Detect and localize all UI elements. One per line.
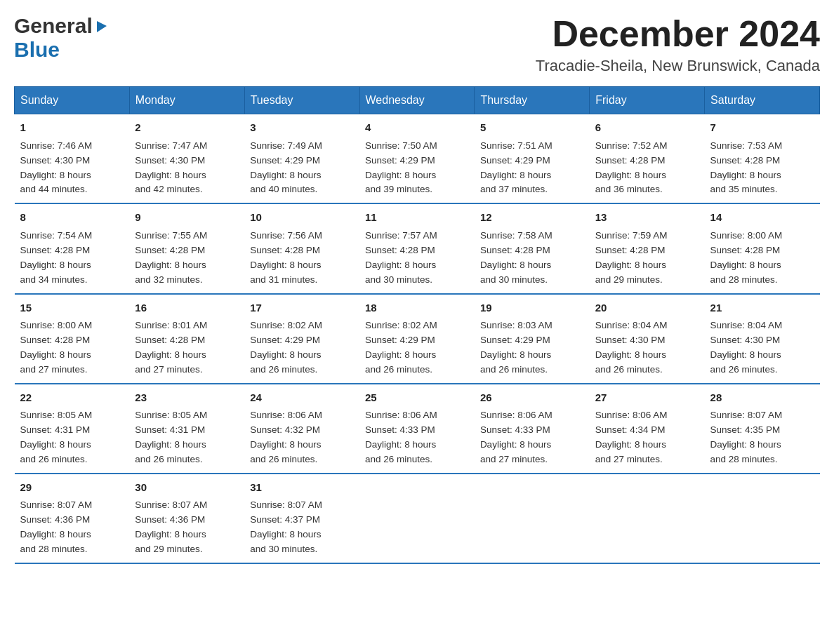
col-friday: Friday <box>590 87 705 114</box>
day-number: 9 <box>135 210 239 226</box>
location-title: Tracadie-Sheila, New Brunswick, Canada <box>536 57 820 75</box>
table-row <box>475 474 590 563</box>
day-number: 24 <box>250 390 354 406</box>
table-row <box>590 474 705 563</box>
day-number: 14 <box>710 210 814 226</box>
table-row <box>359 474 475 563</box>
col-wednesday: Wednesday <box>359 87 475 114</box>
table-row: 13 Sunrise: 7:59 AMSunset: 4:28 PMDaylig… <box>590 203 705 293</box>
day-info: Sunrise: 7:47 AMSunset: 4:30 PMDaylight:… <box>135 140 207 195</box>
day-info: Sunrise: 7:57 AMSunset: 4:28 PMDaylight:… <box>365 230 437 285</box>
calendar-week-row: 8 Sunrise: 7:54 AMSunset: 4:28 PMDayligh… <box>15 203 820 293</box>
day-info: Sunrise: 8:06 AMSunset: 4:33 PMDaylight:… <box>480 410 552 464</box>
day-info: Sunrise: 8:06 AMSunset: 4:33 PMDaylight:… <box>365 410 437 464</box>
day-number: 3 <box>250 120 354 136</box>
calendar-week-row: 29 Sunrise: 8:07 AMSunset: 4:36 PMDaylig… <box>15 474 820 563</box>
day-info: Sunrise: 7:46 AMSunset: 4:30 PMDaylight:… <box>20 140 93 195</box>
table-row: 26 Sunrise: 8:06 AMSunset: 4:33 PMDaylig… <box>475 384 590 474</box>
table-row: 4 Sunrise: 7:50 AMSunset: 4:29 PMDayligh… <box>359 114 475 204</box>
day-number: 27 <box>595 390 699 406</box>
day-number: 15 <box>20 300 124 316</box>
table-row: 17 Sunrise: 8:02 AMSunset: 4:29 PMDaylig… <box>244 294 359 384</box>
table-row: 21 Sunrise: 8:04 AMSunset: 4:30 PMDaylig… <box>705 294 820 384</box>
table-row: 27 Sunrise: 8:06 AMSunset: 4:34 PMDaylig… <box>590 384 705 474</box>
table-row: 29 Sunrise: 8:07 AMSunset: 4:36 PMDaylig… <box>15 474 130 563</box>
day-info: Sunrise: 7:52 AMSunset: 4:28 PMDaylight:… <box>595 140 668 195</box>
table-row: 19 Sunrise: 8:03 AMSunset: 4:29 PMDaylig… <box>475 294 590 384</box>
day-info: Sunrise: 8:02 AMSunset: 4:29 PMDaylight:… <box>250 320 322 375</box>
day-info: Sunrise: 7:53 AMSunset: 4:28 PMDaylight:… <box>710 140 783 195</box>
table-row: 6 Sunrise: 7:52 AMSunset: 4:28 PMDayligh… <box>590 114 705 204</box>
day-info: Sunrise: 7:58 AMSunset: 4:28 PMDaylight:… <box>480 230 552 285</box>
day-number: 26 <box>480 390 584 406</box>
col-saturday: Saturday <box>705 87 820 114</box>
table-row: 25 Sunrise: 8:06 AMSunset: 4:33 PMDaylig… <box>359 384 475 474</box>
day-info: Sunrise: 8:04 AMSunset: 4:30 PMDaylight:… <box>710 320 783 375</box>
day-number: 10 <box>250 210 354 226</box>
table-row: 15 Sunrise: 8:00 AMSunset: 4:28 PMDaylig… <box>15 294 130 384</box>
table-row: 2 Sunrise: 7:47 AMSunset: 4:30 PMDayligh… <box>129 114 244 204</box>
col-sunday: Sunday <box>15 87 130 114</box>
calendar-week-row: 15 Sunrise: 8:00 AMSunset: 4:28 PMDaylig… <box>15 294 820 384</box>
table-row: 11 Sunrise: 7:57 AMSunset: 4:28 PMDaylig… <box>359 203 475 293</box>
day-number: 1 <box>20 120 124 136</box>
title-area: December 2024 Tracadie-Sheila, New Bruns… <box>536 14 820 75</box>
table-row: 23 Sunrise: 8:05 AMSunset: 4:31 PMDaylig… <box>129 384 244 474</box>
day-number: 2 <box>135 120 239 136</box>
table-row: 12 Sunrise: 7:58 AMSunset: 4:28 PMDaylig… <box>475 203 590 293</box>
table-row: 5 Sunrise: 7:51 AMSunset: 4:29 PMDayligh… <box>475 114 590 204</box>
day-info: Sunrise: 8:07 AMSunset: 4:36 PMDaylight:… <box>135 499 207 554</box>
day-number: 13 <box>595 210 699 226</box>
day-number: 12 <box>480 210 584 226</box>
calendar-week-row: 22 Sunrise: 8:05 AMSunset: 4:31 PMDaylig… <box>15 384 820 474</box>
day-number: 22 <box>20 390 124 406</box>
logo: General Blue <box>14 14 110 62</box>
day-number: 23 <box>135 390 239 406</box>
day-info: Sunrise: 8:03 AMSunset: 4:29 PMDaylight:… <box>480 320 552 375</box>
day-info: Sunrise: 7:50 AMSunset: 4:29 PMDaylight:… <box>365 140 437 195</box>
table-row: 16 Sunrise: 8:01 AMSunset: 4:28 PMDaylig… <box>129 294 244 384</box>
table-row: 3 Sunrise: 7:49 AMSunset: 4:29 PMDayligh… <box>244 114 359 204</box>
table-row: 30 Sunrise: 8:07 AMSunset: 4:36 PMDaylig… <box>129 474 244 563</box>
table-row: 28 Sunrise: 8:07 AMSunset: 4:35 PMDaylig… <box>705 384 820 474</box>
day-number: 6 <box>595 120 699 136</box>
day-number: 30 <box>135 480 239 496</box>
day-number: 19 <box>480 300 584 316</box>
table-row: 7 Sunrise: 7:53 AMSunset: 4:28 PMDayligh… <box>705 114 820 204</box>
day-info: Sunrise: 7:55 AMSunset: 4:28 PMDaylight:… <box>135 230 207 285</box>
day-info: Sunrise: 7:54 AMSunset: 4:28 PMDaylight:… <box>20 230 93 285</box>
day-info: Sunrise: 8:05 AMSunset: 4:31 PMDaylight:… <box>135 410 207 464</box>
day-info: Sunrise: 8:05 AMSunset: 4:31 PMDaylight:… <box>20 410 93 464</box>
table-row: 22 Sunrise: 8:05 AMSunset: 4:31 PMDaylig… <box>15 384 130 474</box>
col-tuesday: Tuesday <box>244 87 359 114</box>
day-info: Sunrise: 7:51 AMSunset: 4:29 PMDaylight:… <box>480 140 552 195</box>
day-number: 18 <box>365 300 469 316</box>
day-number: 16 <box>135 300 239 316</box>
table-row <box>705 474 820 563</box>
day-info: Sunrise: 7:49 AMSunset: 4:29 PMDaylight:… <box>250 140 322 195</box>
day-info: Sunrise: 8:07 AMSunset: 4:37 PMDaylight:… <box>250 499 322 554</box>
table-row: 24 Sunrise: 8:06 AMSunset: 4:32 PMDaylig… <box>244 384 359 474</box>
col-thursday: Thursday <box>475 87 590 114</box>
logo-blue-text: Blue <box>14 38 60 62</box>
table-row: 10 Sunrise: 7:56 AMSunset: 4:28 PMDaylig… <box>244 203 359 293</box>
day-info: Sunrise: 7:56 AMSunset: 4:28 PMDaylight:… <box>250 230 322 285</box>
col-monday: Monday <box>129 87 244 114</box>
calendar-table: Sunday Monday Tuesday Wednesday Thursday… <box>14 86 820 564</box>
day-number: 28 <box>710 390 814 406</box>
day-number: 20 <box>595 300 699 316</box>
day-info: Sunrise: 8:01 AMSunset: 4:28 PMDaylight:… <box>135 320 207 375</box>
svg-marker-0 <box>97 21 107 32</box>
logo-triangle-icon <box>94 18 110 36</box>
day-number: 25 <box>365 390 469 406</box>
day-number: 8 <box>20 210 124 226</box>
day-info: Sunrise: 8:06 AMSunset: 4:32 PMDaylight:… <box>250 410 322 464</box>
day-info: Sunrise: 8:00 AMSunset: 4:28 PMDaylight:… <box>20 320 93 375</box>
table-row: 14 Sunrise: 8:00 AMSunset: 4:28 PMDaylig… <box>705 203 820 293</box>
day-info: Sunrise: 8:07 AMSunset: 4:35 PMDaylight:… <box>710 410 783 464</box>
page-header: General Blue December 2024 Tracadie-Shei… <box>14 14 820 75</box>
month-title: December 2024 <box>536 14 820 54</box>
day-number: 21 <box>710 300 814 316</box>
table-row: 20 Sunrise: 8:04 AMSunset: 4:30 PMDaylig… <box>590 294 705 384</box>
table-row: 18 Sunrise: 8:02 AMSunset: 4:29 PMDaylig… <box>359 294 475 384</box>
